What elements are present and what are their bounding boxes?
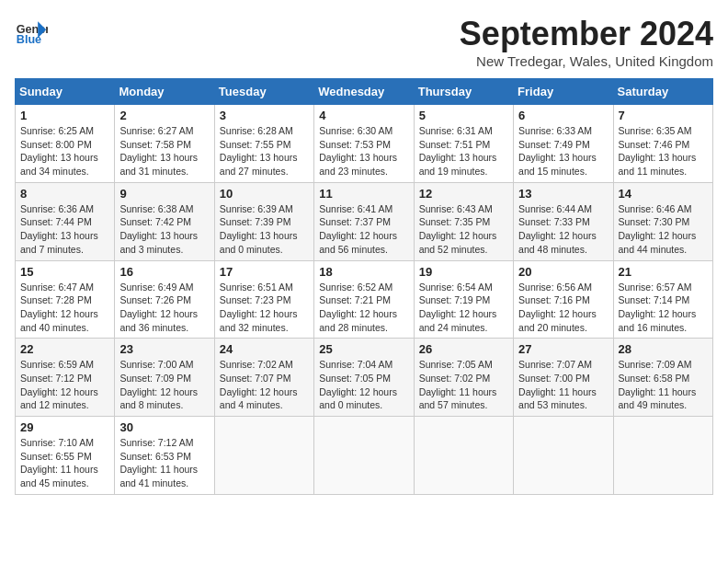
day-info: Sunrise: 6:36 AM Sunset: 7:44 PM Dayligh… [20, 202, 109, 257]
day-cell-25: 25Sunrise: 7:04 AM Sunset: 7:05 PM Dayli… [314, 339, 414, 417]
day-info: Sunrise: 6:52 AM Sunset: 7:21 PM Dayligh… [319, 281, 408, 335]
header-friday: Friday [514, 79, 613, 105]
empty-cell [414, 417, 513, 495]
empty-cell [314, 417, 414, 495]
day-cell-23: 23Sunrise: 7:00 AM Sunset: 7:09 PM Dayli… [115, 339, 214, 417]
day-number: 13 [518, 187, 608, 201]
day-cell-22: 22Sunrise: 6:59 AM Sunset: 7:12 PM Dayli… [16, 339, 115, 417]
logo-icon: General Blue [15, 15, 48, 48]
day-info: Sunrise: 6:28 AM Sunset: 7:55 PM Dayligh… [220, 124, 309, 178]
day-info: Sunrise: 6:44 AM Sunset: 7:33 PM Dayligh… [518, 202, 608, 257]
day-number: 2 [119, 109, 209, 122]
header-sunday: Sunday [16, 79, 115, 105]
day-number: 16 [119, 265, 209, 279]
day-cell-12: 12Sunrise: 6:43 AM Sunset: 7:35 PM Dayli… [414, 182, 513, 260]
day-cell-21: 21Sunrise: 6:57 AM Sunset: 7:14 PM Dayli… [613, 260, 712, 339]
day-number: 10 [220, 187, 309, 201]
day-number: 1 [20, 109, 109, 122]
day-info: Sunrise: 6:59 AM Sunset: 7:12 PM Dayligh… [20, 358, 109, 412]
empty-cell [214, 417, 313, 495]
day-number: 15 [20, 265, 109, 279]
day-info: Sunrise: 6:57 AM Sunset: 7:14 PM Dayligh… [619, 281, 708, 335]
day-info: Sunrise: 6:27 AM Sunset: 7:58 PM Dayligh… [119, 124, 209, 178]
day-cell-18: 18Sunrise: 6:52 AM Sunset: 7:21 PM Dayli… [314, 260, 414, 339]
day-number: 27 [518, 342, 608, 356]
logo: General Blue [15, 15, 48, 48]
day-info: Sunrise: 6:54 AM Sunset: 7:19 PM Dayligh… [419, 281, 508, 335]
day-cell-17: 17Sunrise: 6:51 AM Sunset: 7:23 PM Dayli… [214, 260, 313, 339]
day-info: Sunrise: 6:30 AM Sunset: 7:53 PM Dayligh… [319, 124, 408, 178]
day-cell-5: 5Sunrise: 6:31 AM Sunset: 7:51 PM Daylig… [414, 105, 513, 183]
day-cell-2: 2Sunrise: 6:27 AM Sunset: 7:58 PM Daylig… [115, 105, 214, 183]
page-header: General Blue September 2024 New Tredegar… [15, 15, 713, 69]
day-number: 24 [220, 342, 309, 356]
day-info: Sunrise: 6:56 AM Sunset: 7:16 PM Dayligh… [518, 281, 608, 335]
week-row-5: 29Sunrise: 7:10 AM Sunset: 6:55 PM Dayli… [16, 417, 713, 495]
day-cell-7: 7Sunrise: 6:35 AM Sunset: 7:46 PM Daylig… [613, 105, 712, 183]
day-info: Sunrise: 6:41 AM Sunset: 7:37 PM Dayligh… [319, 202, 408, 257]
svg-text:Blue: Blue [17, 33, 41, 46]
day-number: 5 [419, 109, 508, 122]
day-info: Sunrise: 6:35 AM Sunset: 7:46 PM Dayligh… [619, 124, 708, 178]
day-info: Sunrise: 6:43 AM Sunset: 7:35 PM Dayligh… [419, 202, 508, 257]
empty-cell [514, 417, 613, 495]
day-cell-14: 14Sunrise: 6:46 AM Sunset: 7:30 PM Dayli… [613, 182, 712, 260]
calendar-subtitle: New Tredegar, Wales, United Kingdom [460, 53, 713, 69]
day-info: Sunrise: 6:46 AM Sunset: 7:30 PM Dayligh… [619, 202, 708, 257]
day-cell-16: 16Sunrise: 6:49 AM Sunset: 7:26 PM Dayli… [115, 260, 214, 339]
day-info: Sunrise: 6:51 AM Sunset: 7:23 PM Dayligh… [220, 281, 309, 335]
day-number: 9 [119, 187, 209, 201]
header-saturday: Saturday [613, 79, 712, 105]
title-block: September 2024 New Tredegar, Wales, Unit… [460, 15, 713, 69]
day-cell-8: 8Sunrise: 6:36 AM Sunset: 7:44 PM Daylig… [16, 182, 115, 260]
day-number: 17 [220, 265, 309, 279]
day-cell-11: 11Sunrise: 6:41 AM Sunset: 7:37 PM Dayli… [314, 182, 414, 260]
calendar-table: SundayMondayTuesdayWednesdayThursdayFrid… [15, 78, 713, 495]
day-number: 28 [619, 342, 708, 356]
week-row-3: 15Sunrise: 6:47 AM Sunset: 7:28 PM Dayli… [16, 260, 713, 339]
week-row-4: 22Sunrise: 6:59 AM Sunset: 7:12 PM Dayli… [16, 339, 713, 417]
day-number: 23 [119, 342, 209, 356]
day-number: 21 [619, 265, 708, 279]
day-cell-4: 4Sunrise: 6:30 AM Sunset: 7:53 PM Daylig… [314, 105, 414, 183]
day-info: Sunrise: 7:05 AM Sunset: 7:02 PM Dayligh… [419, 358, 508, 412]
day-cell-9: 9Sunrise: 6:38 AM Sunset: 7:42 PM Daylig… [115, 182, 214, 260]
calendar-header-row: SundayMondayTuesdayWednesdayThursdayFrid… [16, 79, 713, 105]
day-info: Sunrise: 6:25 AM Sunset: 8:00 PM Dayligh… [20, 124, 109, 178]
day-number: 14 [619, 187, 708, 201]
day-number: 29 [20, 420, 109, 434]
header-monday: Monday [115, 79, 214, 105]
day-number: 4 [319, 109, 408, 122]
day-cell-20: 20Sunrise: 6:56 AM Sunset: 7:16 PM Dayli… [514, 260, 613, 339]
day-cell-29: 29Sunrise: 7:10 AM Sunset: 6:55 PM Dayli… [16, 417, 115, 495]
day-info: Sunrise: 7:00 AM Sunset: 7:09 PM Dayligh… [119, 358, 209, 412]
calendar-body: 1Sunrise: 6:25 AM Sunset: 8:00 PM Daylig… [16, 105, 713, 495]
day-cell-30: 30Sunrise: 7:12 AM Sunset: 6:53 PM Dayli… [115, 417, 214, 495]
day-info: Sunrise: 6:38 AM Sunset: 7:42 PM Dayligh… [119, 202, 209, 257]
day-number: 6 [518, 109, 608, 122]
day-info: Sunrise: 7:10 AM Sunset: 6:55 PM Dayligh… [20, 436, 109, 490]
day-cell-1: 1Sunrise: 6:25 AM Sunset: 8:00 PM Daylig… [16, 105, 115, 183]
day-number: 19 [419, 265, 508, 279]
day-info: Sunrise: 7:04 AM Sunset: 7:05 PM Dayligh… [319, 358, 408, 412]
day-info: Sunrise: 7:12 AM Sunset: 6:53 PM Dayligh… [119, 436, 209, 490]
day-number: 22 [20, 342, 109, 356]
day-cell-19: 19Sunrise: 6:54 AM Sunset: 7:19 PM Dayli… [414, 260, 513, 339]
day-info: Sunrise: 6:47 AM Sunset: 7:28 PM Dayligh… [20, 281, 109, 335]
day-cell-13: 13Sunrise: 6:44 AM Sunset: 7:33 PM Dayli… [514, 182, 613, 260]
calendar-title: September 2024 [460, 15, 713, 53]
day-info: Sunrise: 6:33 AM Sunset: 7:49 PM Dayligh… [518, 124, 608, 178]
day-cell-24: 24Sunrise: 7:02 AM Sunset: 7:07 PM Dayli… [214, 339, 313, 417]
header-wednesday: Wednesday [314, 79, 414, 105]
day-info: Sunrise: 6:39 AM Sunset: 7:39 PM Dayligh… [220, 202, 309, 257]
day-number: 30 [119, 420, 209, 434]
empty-cell [613, 417, 712, 495]
day-info: Sunrise: 6:31 AM Sunset: 7:51 PM Dayligh… [419, 124, 508, 178]
day-number: 7 [619, 109, 708, 122]
week-row-1: 1Sunrise: 6:25 AM Sunset: 8:00 PM Daylig… [16, 105, 713, 183]
day-number: 3 [220, 109, 309, 122]
week-row-2: 8Sunrise: 6:36 AM Sunset: 7:44 PM Daylig… [16, 182, 713, 260]
day-cell-3: 3Sunrise: 6:28 AM Sunset: 7:55 PM Daylig… [214, 105, 313, 183]
header-tuesday: Tuesday [214, 79, 313, 105]
day-info: Sunrise: 7:02 AM Sunset: 7:07 PM Dayligh… [220, 358, 309, 412]
